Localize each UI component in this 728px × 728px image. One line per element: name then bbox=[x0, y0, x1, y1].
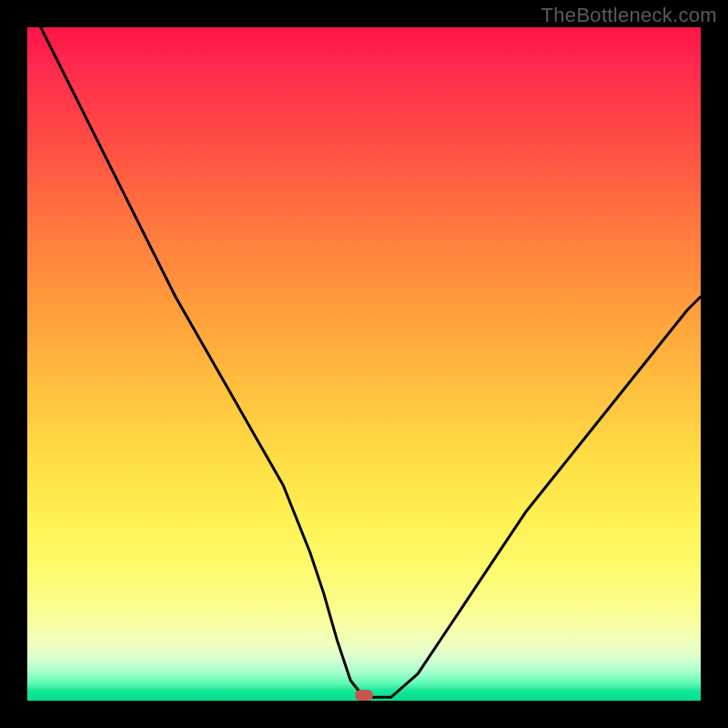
bottleneck-curve bbox=[27, 27, 701, 701]
curve-path bbox=[41, 27, 701, 697]
optimal-point-marker bbox=[355, 690, 373, 701]
plot-area bbox=[27, 27, 701, 701]
chart-frame: TheBottleneck.com bbox=[0, 0, 728, 728]
watermark-text: TheBottleneck.com bbox=[541, 4, 717, 27]
